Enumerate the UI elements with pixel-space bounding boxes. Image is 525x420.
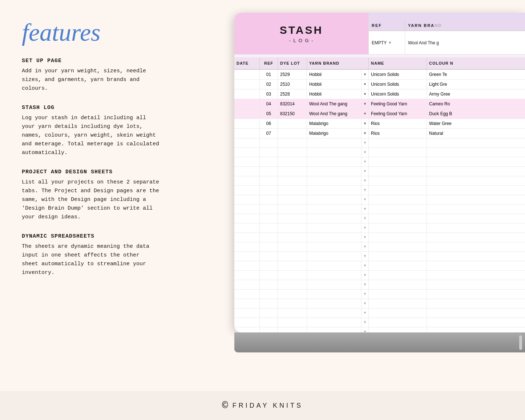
- table-row: ▼: [234, 205, 525, 214]
- td-ref: 04: [260, 99, 278, 109]
- td-brand: Wool And The gang: [307, 109, 362, 118]
- td-brand: Hobbii: [307, 80, 362, 89]
- col-header-yarn-brand: YARN BRAND: [307, 57, 369, 69]
- empty-rows: ▼ ▼ ▼ ▼: [234, 138, 525, 332]
- td-dyelot: 832014: [278, 99, 307, 109]
- section-project: PROJECT AND DESIGN SHEETS List all your …: [22, 169, 211, 222]
- td-colour: Light Gre: [427, 80, 525, 89]
- ref-cell-value: EMPTY ▼: [369, 31, 405, 54]
- page-title: features: [22, 18, 211, 47]
- td-dropdown[interactable]: ▼: [362, 109, 369, 118]
- yarn-brand-column-header: YARN BRAND: [405, 20, 525, 31]
- table-row: ▼: [234, 214, 525, 223]
- td-colour: Green Te: [427, 70, 525, 79]
- table-row: ▼: [234, 233, 525, 242]
- table-row: 07 Malabrigo ▼ Rios Natural: [234, 129, 525, 138]
- table-row: 05 832150 Wool And The gang ▼ Feeling Go…: [234, 109, 525, 119]
- td-dropdown[interactable]: ▼: [362, 119, 369, 128]
- table-row: ▼: [234, 308, 525, 318]
- copyright-symbol: ©: [222, 400, 228, 411]
- table-row: ▼: [234, 157, 525, 167]
- table-row: ▼: [234, 195, 525, 205]
- td-dropdown[interactable]: ▼: [362, 129, 369, 138]
- td-dyelot: 832150: [278, 109, 307, 118]
- table-row: ▼: [234, 261, 525, 271]
- section-heading-project: PROJECT AND DESIGN SHEETS: [22, 169, 211, 175]
- section-text-dynamic: The sheets are dynamic meaning the datai…: [22, 242, 211, 277]
- brand-name: FRIDAY KNITS: [233, 402, 303, 409]
- td-name: Unicorn Solids: [369, 70, 427, 79]
- device-chin: [234, 332, 525, 352]
- td-dyelot: [278, 119, 307, 128]
- td-brand: Hobbii: [307, 89, 362, 99]
- ref-column-header: REF: [369, 20, 405, 31]
- table-row: 01 2529 Hobbii ▼ Unicorn Solids Green Te: [234, 70, 525, 80]
- section-dynamic: DYNAMIC SPREADSHEETS The sheets are dyna…: [22, 233, 211, 277]
- table-row: ▼: [234, 223, 525, 233]
- col-header-dyelot: DYE LOT: [278, 57, 307, 69]
- section-stash: STASH LOG Log your stash in detail inclu…: [22, 105, 211, 157]
- section-heading-stash: STASH LOG: [22, 105, 211, 111]
- td-brand: Wool And The gang: [307, 99, 362, 109]
- td-date: [234, 70, 260, 79]
- section-text-project: List all your projects on these 2 separa…: [22, 178, 211, 222]
- table-row: ▼: [234, 299, 525, 308]
- td-dropdown[interactable]: ▼: [362, 80, 369, 89]
- stash-title: STASH: [280, 24, 323, 36]
- td-colour: Army Gree: [427, 89, 525, 99]
- footer: © FRIDAY KNITS: [0, 391, 525, 420]
- table-row: ▼: [234, 271, 525, 280]
- table-row: 02 2510 Hobbii ▼ Unicorn Solids Light Gr…: [234, 80, 525, 89]
- table-row: ▼: [234, 290, 525, 299]
- col-header-ref: REF: [260, 57, 278, 69]
- td-name: Feeling Good Yarn: [369, 99, 427, 109]
- td-dyelot: 2529: [278, 70, 307, 79]
- td-brand: Hobbii: [307, 70, 362, 79]
- section-text-stash: Log your stash in detail including allyo…: [22, 114, 211, 157]
- device-screen: STASH - L O G - REF YARN BRAND EMPTY ▼: [234, 13, 525, 332]
- left-panel: features SET UP PAGE Add in your yarn we…: [22, 18, 211, 289]
- table-row: ▼: [234, 138, 525, 148]
- td-ref: 06: [260, 119, 278, 128]
- td-name: Rios: [369, 119, 427, 128]
- col-header-colour: COLOUR N: [427, 57, 525, 69]
- td-brand: Malabrigo: [307, 119, 362, 128]
- stash-subtitle: - L O G -: [289, 38, 314, 43]
- td-name: Unicorn Solids: [369, 89, 427, 99]
- section-text-setup: Add in your yarn weight, sizes, needlesi…: [22, 67, 211, 93]
- td-name: Unicorn Solids: [369, 80, 427, 89]
- table-row: 03 2528 Hobbii ▼ Unicorn Solids Army Gre…: [234, 89, 525, 99]
- td-brand: Malabrigo: [307, 129, 362, 138]
- td-dropdown[interactable]: ▼: [362, 89, 369, 99]
- table-row: ▼: [234, 186, 525, 195]
- table-row: ▼: [234, 252, 525, 261]
- table-row: ▼: [234, 327, 525, 332]
- td-ref: 03: [260, 89, 278, 99]
- td-ref: 05: [260, 109, 278, 118]
- col-header-date: DATE: [234, 57, 260, 69]
- td-colour: Cameo Ro: [427, 99, 525, 109]
- td-colour: Natural: [427, 129, 525, 138]
- td-dyelot: [278, 129, 307, 138]
- table-row: ▼: [234, 148, 525, 157]
- table-row: ▼: [234, 318, 525, 327]
- td-colour: Water Gree: [427, 119, 525, 128]
- td-dropdown[interactable]: ▼: [362, 70, 369, 79]
- td-dyelot: 2528: [278, 89, 307, 99]
- table-row: 06 Malabrigo ▼ Rios Water Gree: [234, 119, 525, 129]
- td-dropdown[interactable]: ▼: [362, 99, 369, 109]
- td-name: Feeling Good Yarn: [369, 109, 427, 118]
- table-row: ▼: [234, 167, 525, 176]
- table-row: ▼: [234, 176, 525, 186]
- col-header-name: NAME: [369, 57, 427, 69]
- table-row: ▼: [234, 280, 525, 290]
- td-ref: 02: [260, 80, 278, 89]
- device-chin-inner: [234, 332, 525, 352]
- section-heading-dynamic: DYNAMIC SPREADSHEETS: [22, 233, 211, 239]
- scroll-indicator[interactable]: [519, 335, 522, 350]
- td-ref: 07: [260, 129, 278, 138]
- section-setup: SET UP PAGE Add in your yarn weight, siz…: [22, 58, 211, 93]
- td-name: Rios: [369, 129, 427, 138]
- yarn-brand-cell-value: Wool And The g: [405, 39, 525, 47]
- td-dyelot: 2510: [278, 80, 307, 89]
